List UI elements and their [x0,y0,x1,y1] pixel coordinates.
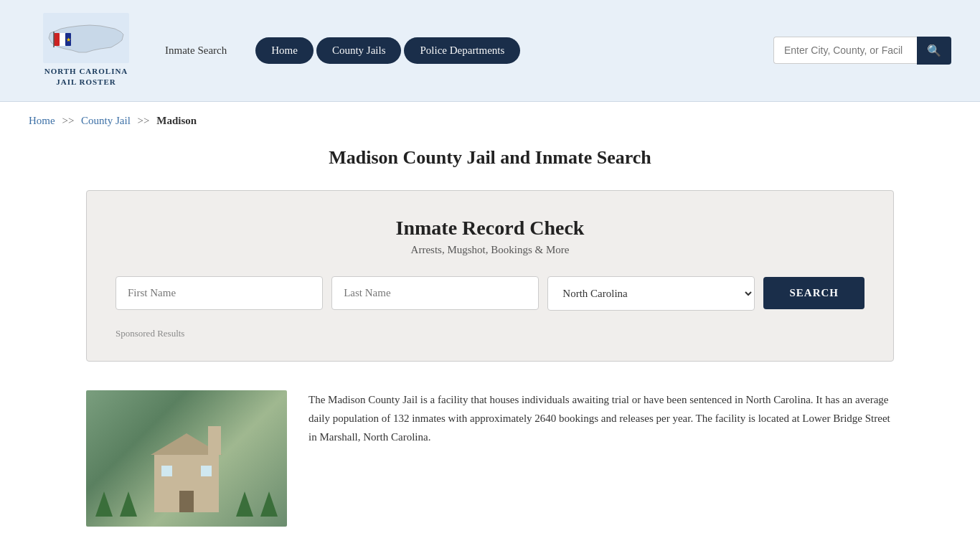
first-name-input[interactable] [116,276,323,310]
window-right [201,466,212,476]
breadcrumb-home[interactable]: Home [29,115,55,126]
page-title-area: Madison County Jail and Inmate Search [0,133,980,176]
record-check-title: Inmate Record Check [116,217,864,240]
inmate-search-link[interactable]: Inmate Search [165,44,227,57]
building-tower [208,426,221,455]
header-search-button[interactable]: 🔍 [917,37,951,65]
facility-description: The Madison County Jail is a facility th… [308,390,894,447]
site-header: ★ NORTH CAROLINA JAIL ROSTER Inmate Sear… [0,0,980,102]
header-middle: Inmate Search Home County Jails Police D… [165,37,752,64]
breadcrumb-sep-2: >> [138,115,150,126]
logo-area: ★ NORTH CAROLINA JAIL ROSTER [29,13,143,88]
sponsored-results-label: Sponsored Results [116,328,864,339]
search-icon: 🔍 [927,44,941,57]
header-search-input[interactable] [773,37,917,64]
record-check-box: Inmate Record Check Arrests, Mugshot, Bo… [86,190,894,362]
breadcrumb-county-jail[interactable]: County Jail [81,115,131,126]
nav-county-jails-button[interactable]: County Jails [316,37,402,64]
building [154,455,219,512]
building-door [179,491,194,512]
content-area: The Madison County Jail is a facility th… [0,376,980,548]
trees-right [234,491,280,519]
svg-text:★: ★ [66,37,71,43]
window-left [161,466,172,476]
facility-image [86,390,287,527]
record-check-subtitle: Arrests, Mugshot, Bookings & More [116,244,864,256]
trees-left [93,491,139,519]
page-title: Madison County Jail and Inmate Search [29,147,951,169]
svg-rect-2 [60,33,65,46]
nav-home-button[interactable]: Home [255,37,314,64]
inmate-search-form: North Carolina SEARCH [116,276,864,311]
last-name-input[interactable] [331,276,539,310]
nc-state-logo: ★ [43,13,129,63]
nav-police-button[interactable]: Police Departments [404,37,520,64]
main-nav: Home County Jails Police Departments [255,37,520,64]
breadcrumb: Home >> County Jail >> Madison [0,102,980,133]
logo-text: NORTH CAROLINA JAIL ROSTER [44,66,128,88]
breadcrumb-current: Madison [156,115,197,126]
state-select[interactable]: North Carolina [547,276,755,311]
breadcrumb-sep-1: >> [62,115,74,126]
svg-rect-1 [54,33,60,46]
record-search-button[interactable]: SEARCH [763,277,864,309]
header-search-area: 🔍 [773,37,951,65]
